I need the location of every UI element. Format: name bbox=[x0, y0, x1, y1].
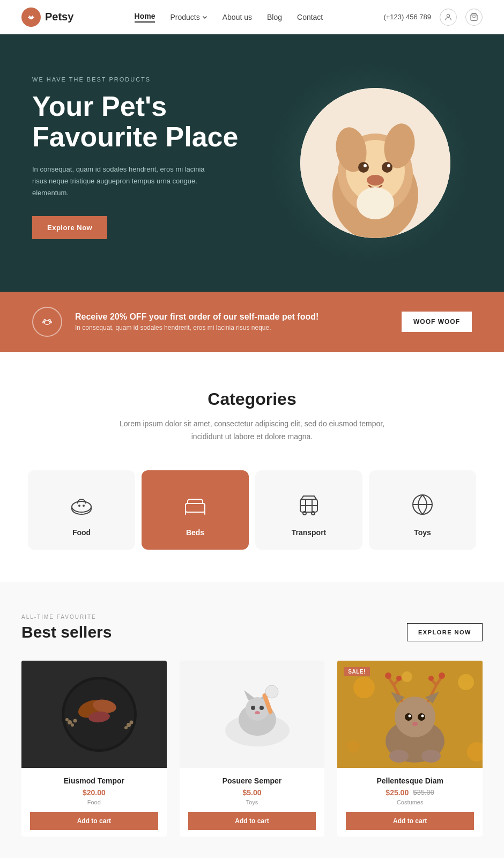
cart-icon bbox=[470, 13, 478, 21]
svg-point-74 bbox=[421, 714, 424, 717]
add-to-cart-1[interactable]: Add to cart bbox=[30, 812, 158, 830]
product-image-1 bbox=[21, 661, 167, 768]
chevron-down-icon bbox=[202, 14, 207, 20]
promo-text: Receive 20% OFF your first order of our … bbox=[75, 312, 389, 331]
svg-point-62 bbox=[402, 671, 412, 682]
promo-icon bbox=[32, 307, 62, 337]
svg-point-52 bbox=[251, 706, 255, 710]
product-card-3[interactable]: SALE! Pellentesque Diam $25.00 $35.00 Co… bbox=[337, 661, 483, 837]
hero-section: WE HAVE THE BEST PRODUCTS Your Pet's Fav… bbox=[0, 34, 504, 292]
svg-point-20 bbox=[50, 322, 52, 323]
svg-point-13 bbox=[364, 164, 367, 167]
nav-products[interactable]: Products bbox=[170, 13, 207, 21]
categories-section: Categories Lorem ipsum dolor sit amet, c… bbox=[0, 352, 504, 582]
user-icon bbox=[444, 13, 453, 21]
nav-links: Home Products About us Blog Contact bbox=[135, 12, 323, 23]
svg-point-12 bbox=[382, 162, 392, 173]
explore-now-button-2[interactable]: EXPLORE NOW bbox=[407, 623, 483, 641]
hero-subtitle: WE HAVE THE BEST PRODUCTS bbox=[32, 76, 257, 83]
product-price-3: $25.00 $35.00 bbox=[346, 788, 474, 797]
svg-point-31 bbox=[312, 512, 315, 515]
svg-point-64 bbox=[395, 697, 435, 737]
product-price-2: $5.00 bbox=[188, 788, 316, 797]
svg-point-1 bbox=[32, 16, 34, 17]
svg-point-65 bbox=[385, 672, 391, 679]
svg-point-15 bbox=[367, 175, 384, 186]
beds-icon bbox=[180, 490, 210, 520]
svg-point-3 bbox=[33, 17, 34, 18]
category-food[interactable]: Food bbox=[28, 470, 135, 550]
nav-about[interactable]: About us bbox=[223, 13, 252, 21]
dog-image-placeholder bbox=[300, 88, 450, 238]
svg-point-72 bbox=[418, 713, 425, 721]
add-to-cart-2[interactable]: Add to cart bbox=[188, 812, 316, 830]
svg-point-11 bbox=[358, 162, 369, 173]
product-price-current-3: $25.00 bbox=[386, 788, 409, 797]
product-price-current-2: $5.00 bbox=[242, 788, 261, 797]
transport-label: Transport bbox=[292, 528, 327, 537]
dog-illustration bbox=[300, 88, 450, 238]
svg-point-67 bbox=[439, 672, 445, 679]
product-info-1: Eiusmod Tempor $20.00 Food Add to cart bbox=[21, 768, 167, 837]
svg-point-75 bbox=[412, 722, 418, 726]
bestsellers-section: ALL-TIME FAVOURITE Best sellers EXPLORE … bbox=[0, 582, 504, 858]
categories-grid: Food Beds Transport Toys bbox=[21, 470, 483, 550]
cart-button[interactable] bbox=[465, 9, 483, 26]
food-label: Food bbox=[72, 528, 91, 537]
svg-point-71 bbox=[405, 713, 412, 721]
svg-point-0 bbox=[29, 16, 31, 17]
product-info-3: Pellentesque Diam $25.00 $35.00 Costumes… bbox=[337, 768, 483, 837]
hero-image bbox=[300, 88, 450, 238]
logo-icon bbox=[21, 8, 41, 27]
product-category-1: Food bbox=[30, 799, 158, 805]
nav-home[interactable]: Home bbox=[135, 12, 155, 23]
product-price-1: $20.00 bbox=[30, 788, 158, 797]
product-image-wrap-1 bbox=[21, 661, 167, 768]
categories-desc: Lorem ipsum dolor sit amet, consectetur … bbox=[118, 418, 386, 443]
toys-product-svg bbox=[180, 661, 325, 768]
svg-point-68 bbox=[428, 676, 434, 681]
promo-cta-button[interactable]: WOOF WOOF bbox=[402, 312, 472, 332]
svg-point-54 bbox=[255, 711, 260, 714]
svg-point-45 bbox=[124, 726, 128, 729]
svg-point-40 bbox=[71, 723, 74, 727]
product-card-2[interactable]: Posuere Semper $5.00 Toys Add to cart bbox=[180, 661, 325, 837]
category-beds[interactable]: Beds bbox=[142, 470, 249, 550]
svg-point-18 bbox=[49, 320, 51, 322]
product-image-2 bbox=[180, 661, 325, 768]
transport-icon bbox=[294, 490, 324, 520]
bestsellers-left: ALL-TIME FAVOURITE Best sellers bbox=[21, 614, 112, 641]
product-info-2: Posuere Semper $5.00 Toys Add to cart bbox=[180, 768, 325, 837]
add-to-cart-3[interactable]: Add to cart bbox=[346, 812, 474, 830]
svg-point-66 bbox=[396, 676, 402, 681]
product-card-1[interactable]: Eiusmod Tempor $20.00 Food Add to cart bbox=[21, 661, 167, 837]
category-transport[interactable]: Transport bbox=[255, 470, 362, 550]
navbar: Petsy Home Products About us Blog Contac… bbox=[0, 0, 504, 34]
nav-blog[interactable]: Blog bbox=[267, 13, 282, 21]
user-button[interactable] bbox=[440, 9, 457, 26]
toys-icon bbox=[407, 490, 438, 520]
brand-name: Petsy bbox=[45, 11, 73, 23]
product-name-1: Eiusmod Tempor bbox=[30, 776, 158, 785]
svg-point-59 bbox=[458, 674, 474, 690]
category-toys[interactable]: Toys bbox=[369, 470, 476, 550]
hero-description: In consequat, quam id sodales hendrerit,… bbox=[32, 164, 214, 199]
svg-point-53 bbox=[260, 706, 264, 710]
hero-title: Your Pet's Favourite Place bbox=[32, 91, 257, 152]
product-image-3 bbox=[337, 661, 483, 768]
svg-point-4 bbox=[447, 14, 449, 17]
svg-point-60 bbox=[347, 740, 360, 753]
product-category-2: Toys bbox=[188, 799, 316, 805]
logo[interactable]: Petsy bbox=[21, 8, 73, 27]
product-category-3: Costumes bbox=[346, 799, 474, 805]
navbar-right: (+123) 456 789 bbox=[383, 9, 483, 26]
promo-banner: Receive 20% OFF your first order of our … bbox=[0, 292, 504, 352]
products-grid: Eiusmod Tempor $20.00 Food Add to cart bbox=[21, 661, 483, 837]
svg-point-56 bbox=[265, 685, 278, 698]
food-product-svg bbox=[21, 661, 167, 768]
svg-point-14 bbox=[387, 164, 390, 167]
explore-now-button[interactable]: Explore Now bbox=[32, 216, 107, 239]
svg-point-42 bbox=[65, 718, 69, 721]
svg-point-73 bbox=[409, 714, 411, 717]
nav-contact[interactable]: Contact bbox=[297, 13, 323, 21]
